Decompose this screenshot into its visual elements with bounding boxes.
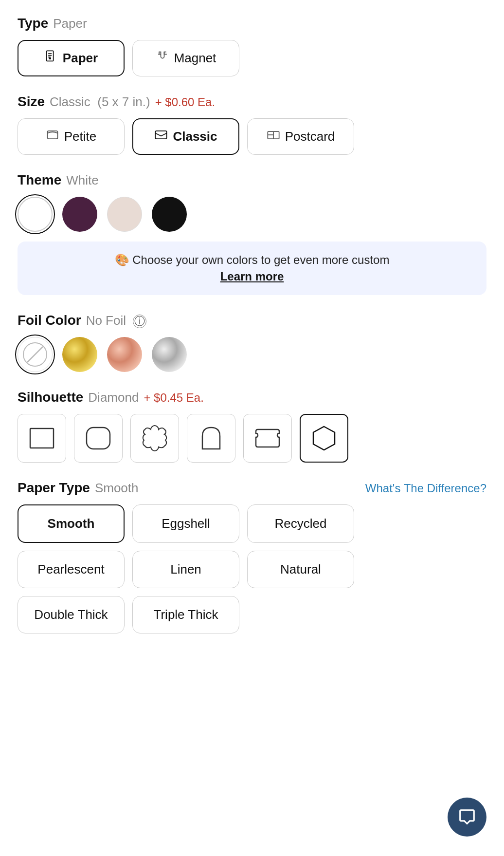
banner-text: 🎨 Choose your own colors to get even mor…	[115, 253, 390, 266]
silhouette-scallop[interactable]	[130, 414, 179, 463]
silhouette-options	[18, 414, 486, 463]
silhouette-price: + $0.45 Ea.	[144, 391, 203, 405]
theme-section: Theme White 🎨 Choose your own colors to …	[18, 172, 486, 295]
theme-color-black[interactable]	[152, 197, 187, 232]
type-section: Type Paper Paper	[18, 16, 486, 76]
silhouette-arch[interactable]	[187, 414, 235, 463]
learn-more-link[interactable]: Learn more	[33, 270, 471, 283]
type-header: Type Paper	[18, 16, 486, 31]
paper-type-label: Paper Type	[18, 480, 90, 496]
info-icon[interactable]: ⓘ	[133, 315, 146, 328]
size-header: Size Classic (5 x 7 in.) + $0.60 Ea.	[18, 94, 486, 110]
paper-type-recycled[interactable]: Recycled	[247, 504, 354, 543]
paper-type-row-1: Smooth Eggshell Recycled	[18, 504, 486, 543]
silhouette-header: Silhouette Diamond + $0.45 Ea.	[18, 390, 486, 405]
svg-rect-0	[47, 51, 54, 61]
paper-type-double-thick[interactable]: Double Thick	[18, 596, 125, 633]
paper-type-natural[interactable]: Natural	[247, 551, 354, 588]
paper-type-triple-thick[interactable]: Triple Thick	[132, 596, 239, 633]
paper-type-header-left: Paper Type Smooth	[18, 480, 138, 496]
foil-gold[interactable]	[62, 337, 97, 372]
svg-rect-14	[30, 428, 54, 448]
paper-type-row-2: Pearlescent Linen Natural	[18, 551, 486, 588]
foil-silver[interactable]	[152, 337, 187, 372]
size-option-petite[interactable]: Petite	[18, 118, 125, 155]
size-value: Classic (5 x 7 in.)	[50, 94, 150, 110]
foil-value: No Foil	[86, 313, 126, 328]
magnet-icon	[156, 50, 169, 67]
theme-label: Theme	[18, 172, 61, 188]
silhouette-rectangle[interactable]	[18, 414, 66, 463]
type-option-paper-label: Paper	[63, 51, 98, 66]
theme-color-white[interactable]	[18, 197, 53, 232]
foil-header: Foil Color No Foil ⓘ	[18, 313, 486, 328]
silhouette-rounded[interactable]	[74, 414, 123, 463]
size-option-classic[interactable]: Classic	[132, 118, 239, 155]
silhouette-diamond[interactable]	[300, 414, 348, 463]
paper-type-row-3: Double Thick Triple Thick	[18, 596, 486, 633]
foil-section: Foil Color No Foil ⓘ	[18, 313, 486, 372]
svg-rect-8	[156, 131, 167, 139]
foil-options	[18, 337, 486, 372]
theme-color-plum[interactable]	[62, 197, 97, 232]
size-option-postcard[interactable]: Postcard	[247, 118, 354, 155]
size-options: Petite Classic Postcard	[18, 118, 486, 155]
paper-type-linen[interactable]: Linen	[132, 551, 239, 588]
size-label: Size	[18, 94, 45, 110]
size-section: Size Classic (5 x 7 in.) + $0.60 Ea. Pet…	[18, 94, 486, 155]
theme-colors	[18, 197, 486, 232]
postcard-icon	[267, 128, 280, 145]
size-option-classic-label: Classic	[173, 129, 217, 144]
foil-rose-gold[interactable]	[107, 337, 142, 372]
silhouette-section: Silhouette Diamond + $0.45 Ea.	[18, 390, 486, 463]
foil-none[interactable]	[18, 337, 53, 372]
theme-value: White	[66, 173, 98, 188]
classic-icon	[154, 128, 168, 145]
type-label: Type	[18, 16, 48, 31]
type-option-magnet[interactable]: Magnet	[132, 40, 239, 76]
type-value: Paper	[53, 16, 87, 31]
silhouette-label: Silhouette	[18, 390, 83, 405]
custom-colors-banner[interactable]: 🎨 Choose your own colors to get even mor…	[18, 242, 486, 295]
chat-fab[interactable]	[448, 798, 486, 837]
paper-type-smooth[interactable]: Smooth	[18, 504, 125, 543]
svg-line-13	[27, 347, 43, 362]
paper-type-section: Paper Type Smooth What's The Difference?…	[18, 480, 486, 633]
paper-type-eggshell[interactable]: Eggshell	[132, 504, 239, 543]
type-option-paper[interactable]: Paper	[18, 40, 125, 76]
foil-label: Foil Color	[18, 313, 81, 328]
size-price: + $0.60 Ea.	[155, 95, 215, 109]
svg-rect-4	[49, 57, 51, 59]
type-options: Paper Magnet	[18, 40, 486, 76]
theme-color-blush[interactable]	[107, 197, 142, 232]
paper-type-value: Smooth	[95, 481, 139, 496]
paper-type-header: Paper Type Smooth What's The Difference?	[18, 480, 486, 496]
svg-rect-15	[87, 428, 110, 449]
size-option-postcard-label: Postcard	[285, 129, 335, 144]
silhouette-value: Diamond	[88, 390, 139, 405]
paper-type-pearlescent[interactable]: Pearlescent	[18, 551, 125, 588]
paper-icon	[44, 50, 58, 67]
petite-icon	[46, 128, 59, 145]
silhouette-ticket[interactable]	[243, 414, 292, 463]
theme-header: Theme White	[18, 172, 486, 188]
what-diff-link[interactable]: What's The Difference?	[365, 482, 486, 495]
size-option-petite-label: Petite	[64, 129, 97, 144]
chat-icon	[458, 808, 476, 826]
svg-marker-16	[313, 427, 335, 450]
type-option-magnet-label: Magnet	[174, 51, 216, 66]
